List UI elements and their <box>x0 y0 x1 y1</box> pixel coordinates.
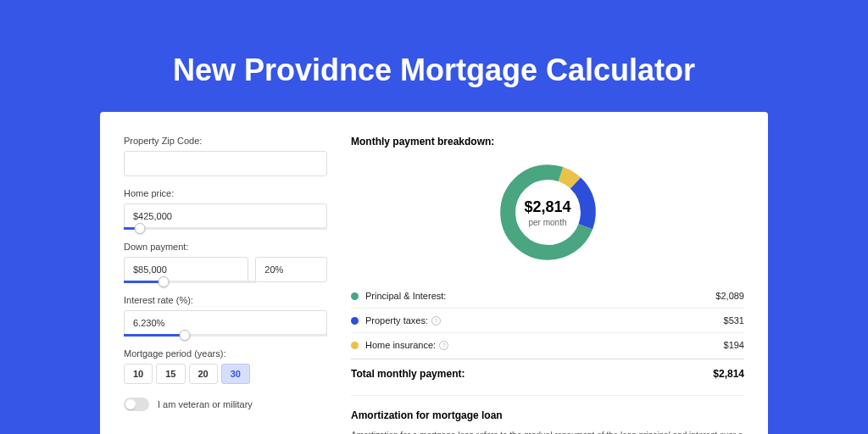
home-price-slider[interactable] <box>124 227 327 230</box>
zip-input[interactable] <box>124 151 327 176</box>
legend-value: $531 <box>724 315 744 326</box>
slider-thumb[interactable] <box>158 276 169 287</box>
home-price-field-block: Home price: <box>124 188 327 230</box>
interest-input[interactable] <box>124 310 327 336</box>
total-label: Total monthly payment: <box>351 368 713 380</box>
legend-dot <box>351 342 359 349</box>
info-icon[interactable]: ? <box>439 341 448 350</box>
zip-field-block: Property Zip Code: <box>124 136 327 176</box>
period-field-block: Mortgage period (years): 10152030 <box>124 348 327 384</box>
inputs-column: Property Zip Code: Home price: Down paym… <box>124 136 327 434</box>
amortization-title: Amortization for mortgage loan <box>351 409 744 421</box>
breakdown-title: Monthly payment breakdown: <box>351 136 744 147</box>
donut-chart: $2,814 per month <box>495 159 601 265</box>
home-price-input[interactable] <box>124 203 327 229</box>
slider-thumb[interactable] <box>135 223 146 234</box>
total-value: $2,814 <box>713 368 744 380</box>
veteran-label: I am veteran or military <box>158 399 253 409</box>
slider-thumb[interactable] <box>180 330 191 341</box>
amortization-section: Amortization for mortgage loan Amortizat… <box>351 395 744 434</box>
period-button-30[interactable]: 30 <box>221 364 250 384</box>
interest-label: Interest rate (%): <box>124 295 327 305</box>
amortization-text: Amortization for a mortgage loan refers … <box>351 430 744 434</box>
page-title: New Providnce Mortgage Calculator <box>0 0 868 112</box>
interest-slider[interactable] <box>124 334 327 337</box>
down-payment-field-block: Down payment: <box>124 242 327 283</box>
veteran-toggle[interactable] <box>124 398 149 411</box>
donut-center: $2,814 per month <box>495 159 601 265</box>
calculator-card: Property Zip Code: Home price: Down paym… <box>100 112 768 434</box>
interest-field-block: Interest rate (%): <box>124 295 327 337</box>
donut-amount: $2,814 <box>524 198 570 216</box>
legend-value: $2,089 <box>715 291 744 301</box>
down-payment-slider[interactable] <box>124 281 256 283</box>
legend-label: Home insurance:? <box>365 340 724 350</box>
down-payment-input[interactable] <box>124 257 248 282</box>
info-icon[interactable]: ? <box>431 316 441 326</box>
home-price-label: Home price: <box>124 188 327 198</box>
legend-label: Principal & Interest: <box>365 291 715 301</box>
toggle-knob <box>125 399 136 409</box>
legend: Principal & Interest:$2,089Property taxe… <box>351 284 744 357</box>
total-row: Total monthly payment: $2,814 <box>351 359 744 392</box>
legend-dot <box>351 292 359 300</box>
period-button-20[interactable]: 20 <box>189 364 218 384</box>
veteran-toggle-row: I am veteran or military <box>124 398 327 411</box>
slider-fill <box>124 334 185 337</box>
down-payment-pct-input[interactable] <box>255 257 327 282</box>
legend-value: $194 <box>724 340 744 350</box>
down-payment-label: Down payment: <box>124 242 327 252</box>
period-label: Mortgage period (years): <box>124 348 327 359</box>
period-button-15[interactable]: 15 <box>156 364 185 384</box>
zip-label: Property Zip Code: <box>124 136 327 146</box>
legend-dot <box>351 317 359 325</box>
legend-row: Property taxes:?$531 <box>351 309 744 333</box>
legend-row: Principal & Interest:$2,089 <box>351 284 744 309</box>
donut-sub: per month <box>528 218 566 227</box>
legend-label: Property taxes:? <box>365 315 724 326</box>
period-button-10[interactable]: 10 <box>124 364 153 384</box>
legend-row: Home insurance:?$194 <box>351 333 744 357</box>
period-buttons: 10152030 <box>124 364 327 384</box>
breakdown-column: Monthly payment breakdown: $2,814 per mo… <box>351 136 744 434</box>
